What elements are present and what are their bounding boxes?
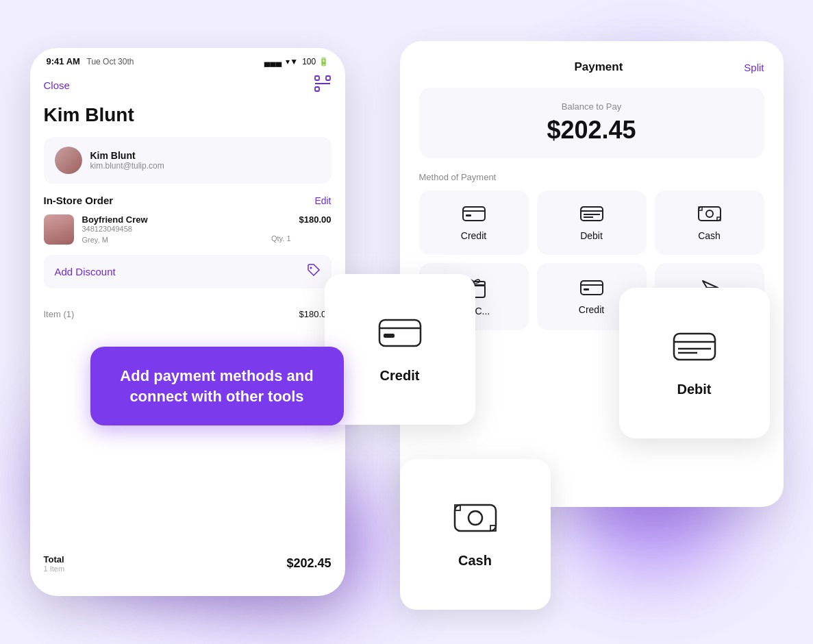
item-total-label: Item (1) — [44, 309, 75, 319]
total-label: Total — [44, 554, 65, 565]
float-debit-card[interactable]: Debit — [619, 288, 770, 438]
order-section: In-Store Order Edit Boyfriend Crew 34812… — [30, 195, 345, 245]
float-credit-icon — [378, 316, 422, 358]
svg-rect-14 — [699, 207, 702, 210]
debit-label: Debit — [580, 230, 603, 241]
float-credit-label: Credit — [380, 368, 420, 384]
item-variant-row: Grey, M Qty. 1 — [82, 233, 291, 245]
svg-rect-15 — [717, 217, 721, 221]
avatar — [55, 147, 82, 174]
balance-card: Balance to Pay $202.45 — [419, 88, 764, 158]
item-total-row: Item (1) $180.00 — [44, 309, 332, 319]
order-title: In-Store Order — [44, 195, 114, 206]
status-time: 9:41 AM Tue Oct 30th — [47, 56, 134, 66]
battery-icon: 100 🔋 — [302, 57, 328, 66]
balance-amount: $202.45 — [433, 116, 751, 145]
svg-rect-21 — [584, 288, 589, 290]
svg-rect-7 — [466, 214, 471, 216]
customer-card: Kim Blunt kim.blunt@tulip.com — [44, 137, 332, 184]
item-thumbnail — [44, 214, 74, 245]
float-debit-label: Debit — [677, 382, 712, 397]
scan-icon[interactable] — [314, 75, 332, 96]
credit-method[interactable]: Credit — [419, 190, 529, 255]
bottom-total: Total 1 Item $202.45 — [44, 554, 332, 575]
balance-label: Balance to Pay — [433, 101, 751, 112]
cash-method[interactable]: Cash — [655, 190, 764, 255]
svg-rect-5 — [463, 207, 485, 221]
total-amount: $202.45 — [286, 556, 331, 571]
float-cash-label: Cash — [458, 553, 492, 569]
tooltip-bubble: Add payment methods and connect with oth… — [90, 347, 344, 425]
credit2-icon — [579, 278, 604, 297]
methods-grid: Credit Debit — [419, 190, 764, 255]
credit2-label: Credit — [579, 304, 604, 315]
svg-rect-19 — [581, 281, 603, 295]
debit-method[interactable]: Debit — [537, 190, 647, 255]
total-sublabel: 1 Item — [44, 565, 65, 573]
item-sku: 348123049458 — [82, 225, 291, 233]
svg-rect-2 — [315, 87, 319, 91]
split-button[interactable]: Split — [744, 62, 764, 73]
svg-rect-1 — [326, 76, 330, 80]
customer-name: Kim Blunt — [30, 104, 345, 137]
cash-icon — [697, 204, 722, 223]
svg-rect-25 — [384, 334, 395, 338]
phone-header: Close — [30, 69, 345, 104]
close-button[interactable]: Close — [44, 79, 70, 91]
float-debit-icon — [673, 330, 716, 372]
item-name: Boyfriend Crew — [82, 214, 291, 225]
cash-label: Cash — [698, 230, 721, 241]
order-header: In-Store Order Edit — [44, 195, 332, 206]
payment-title: Payment — [453, 60, 745, 74]
svg-rect-30 — [455, 505, 496, 531]
customer-info-name: Kim Blunt — [90, 150, 321, 161]
status-bar: 9:41 AM Tue Oct 30th ▄▄▄ ▾▼ 100 🔋 — [30, 48, 345, 69]
wifi-icon: ▾▼ — [286, 57, 298, 66]
tag-icon — [307, 263, 321, 280]
svg-rect-23 — [379, 320, 421, 346]
scene: 9:41 AM Tue Oct 30th ▄▄▄ ▾▼ 100 🔋 Close — [30, 21, 784, 623]
discount-row[interactable]: Add Discount — [44, 255, 332, 288]
item-variant: Grey, M — [82, 236, 108, 244]
discount-label: Add Discount — [55, 266, 116, 277]
debit-icon — [579, 204, 604, 223]
customer-info-email: kim.blunt@tulip.com — [90, 161, 321, 171]
float-cash-icon — [453, 501, 497, 543]
item-qty: Qty. 1 — [271, 234, 291, 244]
edit-button[interactable]: Edit — [314, 195, 331, 206]
credit-icon — [462, 204, 486, 223]
status-icons: ▄▄▄ ▾▼ 100 🔋 — [264, 57, 329, 66]
item-thumb-image — [44, 214, 74, 245]
svg-point-31 — [468, 511, 482, 525]
svg-rect-26 — [674, 334, 715, 360]
totals-section: Item (1) $180.00 — [30, 298, 345, 319]
svg-rect-0 — [315, 76, 319, 80]
item-price: $180.00 — [299, 214, 332, 225]
float-credit-card[interactable]: Credit — [325, 274, 475, 425]
avatar-image — [55, 147, 82, 174]
item-details: Boyfriend Crew 348123049458 Grey, M Qty.… — [82, 214, 291, 245]
float-cash-card[interactable]: Cash — [400, 459, 551, 610]
phone-frame: 9:41 AM Tue Oct 30th ▄▄▄ ▾▼ 100 🔋 Close — [30, 48, 345, 596]
svg-point-13 — [706, 210, 713, 217]
tooltip-text: Add payment methods and connect with oth… — [112, 366, 322, 406]
customer-info: Kim Blunt kim.blunt@tulip.com — [90, 150, 321, 171]
signal-icon: ▄▄▄ — [264, 57, 282, 66]
method-label: Method of Payment — [419, 172, 764, 182]
credit-label: Credit — [461, 230, 486, 241]
order-item: Boyfriend Crew 348123049458 Grey, M Qty.… — [44, 214, 332, 245]
payment-header: Payment Split — [419, 60, 764, 74]
svg-point-4 — [310, 267, 312, 269]
grand-total-row: Total 1 Item $202.45 — [44, 554, 332, 573]
